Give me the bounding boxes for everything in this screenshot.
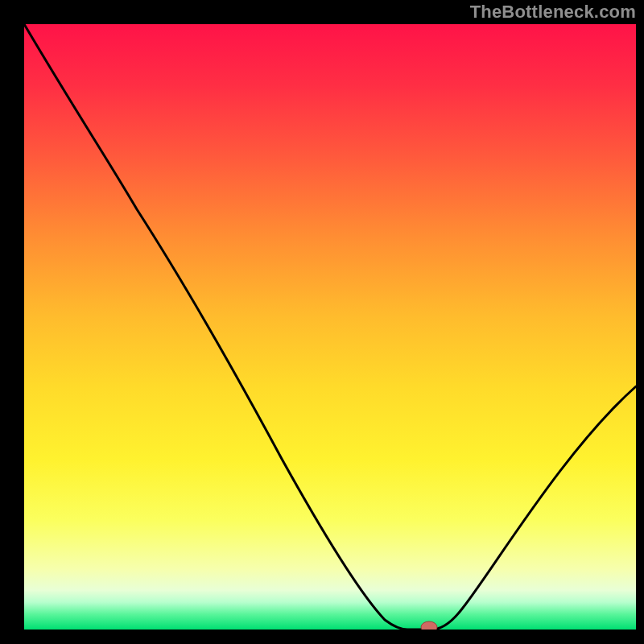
frame-bottom xyxy=(0,630,644,644)
chart-svg xyxy=(0,0,644,644)
frame-left xyxy=(0,0,24,644)
plot-background xyxy=(24,24,636,630)
chart-container: TheBottleneck.com xyxy=(0,0,644,644)
watermark-text: TheBottleneck.com xyxy=(470,2,636,23)
frame-right xyxy=(636,0,644,644)
